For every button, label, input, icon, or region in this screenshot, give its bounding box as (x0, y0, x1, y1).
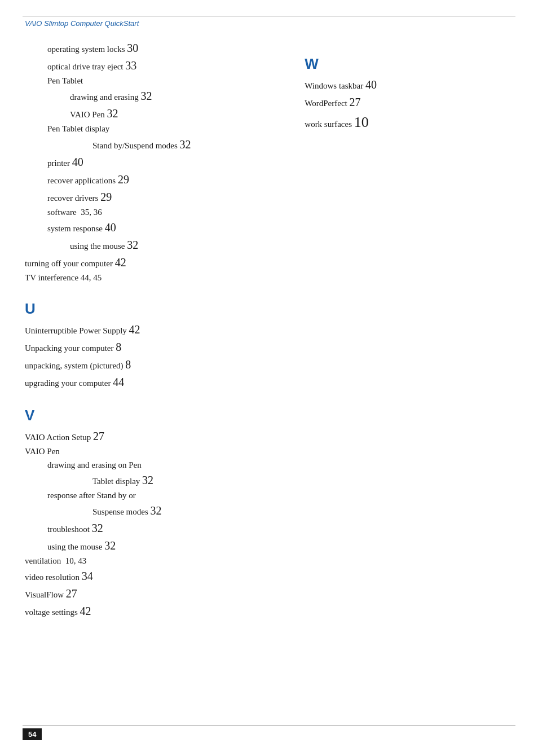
main-content: operating system locks 30 optical drive … (25, 39, 513, 626)
list-item: WordPerfect 27 (305, 94, 513, 111)
list-item: operating system locks 30 (25, 39, 293, 57)
list-item: turning off your computer 42 (25, 254, 293, 271)
list-item: Suspense modes 32 (25, 502, 293, 520)
list-item: drawing and erasing on Pen (25, 459, 293, 472)
list-item: VAIO Action Setup 27 (25, 428, 293, 445)
list-item: Pen Tablet display (25, 122, 293, 135)
header-title: VAIO Slimtop Computer QuickStart (25, 19, 139, 28)
list-item: using the mouse 32 (25, 236, 293, 254)
list-item: software 35, 36 (25, 206, 293, 219)
list-item: Unpacking your computer 8 (25, 339, 293, 356)
two-column-layout: operating system locks 30 optical drive … (25, 39, 513, 626)
list-item: printer 40 (25, 153, 293, 171)
list-item: drawing and erasing 32 (25, 87, 293, 105)
list-item: recover drivers 29 (25, 188, 293, 206)
list-item: optical drive tray eject 33 (25, 57, 293, 74)
right-column: W Windows taskbar 40 WordPerfect 27 work… (293, 39, 513, 626)
list-item: Windows taskbar 40 (305, 76, 513, 94)
list-item: video resolution 34 (25, 568, 293, 585)
left-column: operating system locks 30 optical drive … (25, 39, 293, 626)
list-item: upgrading your computer 44 (25, 373, 293, 391)
section-w: W Windows taskbar 40 WordPerfect 27 work… (305, 55, 513, 134)
section-header-u: U (25, 300, 293, 318)
list-item: Stand by/Suspend modes 32 (25, 136, 293, 153)
footer-bar: 54 (23, 726, 515, 740)
list-item: work surfaces 10 (305, 111, 513, 134)
list-item: VisualFlow 27 (25, 585, 293, 603)
list-item: VAIO Pen (25, 445, 293, 458)
list-item: TV interference 44, 45 (25, 271, 293, 284)
section-header-w: W (305, 55, 513, 73)
list-item: Tablet display 32 (25, 472, 293, 489)
section-u: U Uninterruptible Power Supply 42 Unpack… (25, 300, 293, 391)
list-item: system response 40 (25, 219, 293, 236)
list-item: unpacking, system (pictured) 8 (25, 356, 293, 373)
list-item: ventilation 10, 43 (25, 555, 293, 568)
list-item: using the mouse 32 (25, 537, 293, 555)
list-item: Pen Tablet (25, 74, 293, 87)
list-item: recover applications 29 (25, 171, 293, 188)
list-item: response after Stand by or (25, 489, 293, 502)
page-container: VAIO Slimtop Computer QuickStart operati… (0, 0, 538, 756)
list-item: Uninterruptible Power Supply 42 (25, 321, 293, 339)
list-item: troubleshoot 32 (25, 520, 293, 537)
list-item: voltage settings 42 (25, 603, 293, 620)
header-bar (23, 16, 515, 16)
section-header-v: V (25, 407, 293, 424)
section-v: V VAIO Action Setup 27 VAIO Pen drawing … (25, 407, 293, 620)
page-number: 54 (23, 728, 42, 740)
list-item: VAIO Pen 32 (25, 105, 293, 122)
